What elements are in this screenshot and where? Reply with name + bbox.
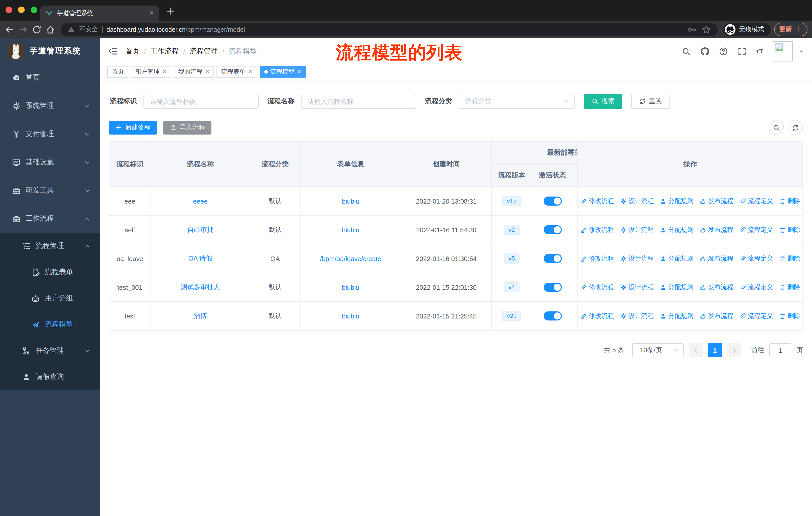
action-assign-rule[interactable]: 分配规则 xyxy=(660,254,693,263)
process-name-link[interactable]: eeee xyxy=(193,197,208,205)
process-name-input[interactable] xyxy=(301,94,416,109)
action-delete[interactable]: 删除 xyxy=(779,225,800,234)
search-button[interactable]: 搜索 xyxy=(584,94,622,109)
update-button[interactable]: 更新 xyxy=(774,23,808,36)
action-process-definition[interactable]: 流程定义 xyxy=(739,254,773,263)
action-design-process[interactable]: 设计流程 xyxy=(620,197,654,205)
action-publish-process[interactable]: 发布流程 xyxy=(699,283,733,292)
active-toggle[interactable] xyxy=(544,283,561,292)
action-assign-rule[interactable]: 分配规则 xyxy=(660,197,693,205)
tab-process-model[interactable]: 流程模型✕ xyxy=(260,66,306,78)
process-name-link[interactable]: 自己审批 xyxy=(187,225,213,234)
sidebar-item-process-model[interactable]: 流程模型 xyxy=(0,311,100,337)
close-icon[interactable]: ✕ xyxy=(248,69,253,75)
action-assign-rule[interactable]: 分配规则 xyxy=(660,283,693,292)
action-process-definition[interactable]: 流程定义 xyxy=(739,312,773,320)
address-bar[interactable]: 不安全 dashboard.yudao.iocoder.cn/bpm/manag… xyxy=(61,23,718,36)
tab-tenant[interactable]: 租户管理✕ xyxy=(131,66,171,78)
action-design-process[interactable]: 设计流程 xyxy=(620,225,654,234)
action-assign-rule[interactable]: 分配规则 xyxy=(660,312,693,320)
form-info-link[interactable]: biubiu xyxy=(342,283,359,291)
sidebar-item-system[interactable]: 系统管理 xyxy=(0,92,100,120)
tab-my-process[interactable]: 我的流程✕ xyxy=(174,66,214,78)
create-process-button[interactable]: 新建流程 xyxy=(109,121,157,134)
action-delete[interactable]: 删除 xyxy=(779,312,800,320)
action-modify-process[interactable]: 修改流程 xyxy=(580,283,614,292)
action-modify-process[interactable]: 修改流程 xyxy=(580,312,614,320)
breadcrumb-item[interactable]: 工作流程 xyxy=(150,47,179,56)
active-toggle[interactable] xyxy=(544,254,561,263)
back-icon[interactable] xyxy=(4,24,14,34)
sidebar-item-workflow[interactable]: 工作流程 xyxy=(0,205,100,233)
action-modify-process[interactable]: 修改流程 xyxy=(580,225,614,234)
tab-close-icon[interactable]: ✕ xyxy=(149,9,154,17)
browser-menu-icon[interactable] xyxy=(795,26,803,33)
action-design-process[interactable]: 设计流程 xyxy=(620,254,654,263)
forward-icon[interactable] xyxy=(18,24,28,34)
sidebar-item-payment[interactable]: 支付管理 xyxy=(0,120,100,148)
close-icon[interactable]: ✕ xyxy=(297,69,301,75)
sidebar-item-user-group[interactable]: 用户分组 xyxy=(0,285,100,311)
active-toggle[interactable] xyxy=(544,196,561,206)
tab-home[interactable]: 首页 xyxy=(107,66,128,78)
hamburger-icon[interactable] xyxy=(108,46,118,56)
action-publish-process[interactable]: 发布流程 xyxy=(699,225,733,234)
page-size-select[interactable]: 10条/页 xyxy=(632,343,684,357)
action-publish-process[interactable]: 发布流程 xyxy=(699,197,733,205)
maximize-window-button[interactable] xyxy=(31,6,37,13)
prev-page-button[interactable] xyxy=(689,343,703,357)
version-badge[interactable]: v5 xyxy=(504,253,519,264)
import-process-button[interactable]: 导入流程 xyxy=(163,121,211,134)
action-modify-process[interactable]: 修改流程 xyxy=(580,197,614,205)
process-name-link[interactable]: 测试多审批人 xyxy=(181,283,220,292)
sidebar-item-process-form[interactable]: 流程表单 xyxy=(0,259,100,285)
action-delete[interactable]: 删除 xyxy=(779,197,800,205)
version-badge[interactable]: v17 xyxy=(502,196,521,206)
action-design-process[interactable]: 设计流程 xyxy=(620,283,654,292)
chevron-down-icon[interactable] xyxy=(799,48,805,54)
form-info-link[interactable]: biubiu xyxy=(342,312,359,320)
next-page-button[interactable] xyxy=(727,343,741,357)
github-icon[interactable] xyxy=(700,47,709,56)
sidebar-item-infra[interactable]: 基础设施 xyxy=(0,148,100,176)
action-assign-rule[interactable]: 分配规则 xyxy=(660,225,693,234)
sidebar-item-process-mgmt[interactable]: 流程管理 xyxy=(0,233,100,259)
process-name-link[interactable]: 滔博 xyxy=(194,311,207,321)
action-publish-process[interactable]: 发布流程 xyxy=(699,254,733,263)
active-toggle[interactable] xyxy=(544,225,561,234)
action-delete[interactable]: 删除 xyxy=(779,254,800,263)
action-publish-process[interactable]: 发布流程 xyxy=(699,312,733,320)
font-size-icon[interactable]: тT xyxy=(756,47,763,55)
action-process-definition[interactable]: 流程定义 xyxy=(739,283,773,292)
avatar[interactable] xyxy=(773,41,793,61)
breadcrumb-item[interactable]: 首页 xyxy=(125,47,140,56)
action-modify-process[interactable]: 修改流程 xyxy=(580,254,614,263)
home-icon[interactable] xyxy=(45,24,55,34)
bookmark-star-icon[interactable] xyxy=(701,24,711,34)
action-process-definition[interactable]: 流程定义 xyxy=(739,225,773,234)
process-id-input[interactable] xyxy=(143,94,259,109)
browser-tab[interactable]: 芋道管理系统 ✕ xyxy=(40,5,159,21)
reload-icon[interactable] xyxy=(32,24,42,34)
sidebar-item-leave-query[interactable]: 请假查询 xyxy=(0,364,100,390)
form-info-link[interactable]: /bpm/oa/leave/create xyxy=(320,255,381,262)
key-icon[interactable] xyxy=(687,24,697,34)
refresh-table-button[interactable] xyxy=(788,120,803,135)
tab-process-form[interactable]: 流程表单✕ xyxy=(217,66,257,78)
page-1-button[interactable]: 1 xyxy=(708,343,722,357)
goto-page-input[interactable]: 1 xyxy=(769,343,791,357)
sidebar-item-devtools[interactable]: 研发工具 xyxy=(0,176,100,205)
new-tab-button[interactable] xyxy=(165,6,175,16)
category-select[interactable]: 流程分类 xyxy=(459,94,575,109)
fullscreen-icon[interactable] xyxy=(737,47,746,56)
help-icon[interactable] xyxy=(719,47,728,56)
sidebar-item-home[interactable]: 首页 xyxy=(0,63,100,92)
version-badge[interactable]: v21 xyxy=(502,311,521,321)
action-process-definition[interactable]: 流程定义 xyxy=(739,197,773,205)
sidebar-logo[interactable]: 芋道管理系统 xyxy=(0,38,100,63)
active-toggle[interactable] xyxy=(544,311,561,321)
close-icon[interactable]: ✕ xyxy=(162,69,167,75)
minimize-window-button[interactable] xyxy=(18,6,25,13)
version-badge[interactable]: v2 xyxy=(504,225,519,235)
version-badge[interactable]: v4 xyxy=(504,282,519,292)
